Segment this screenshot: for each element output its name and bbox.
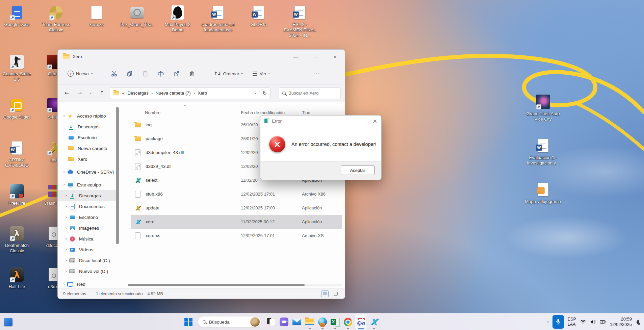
file-row[interactable]: stub.x86 12/02/2025 17:01 Archivo X86 [131, 187, 342, 201]
taskbar-search[interactable]: Búsqueda [198, 316, 261, 328]
sidebar-item[interactable]: › Vídeos [58, 244, 128, 255]
expand-chevron-icon[interactable]: › [63, 236, 69, 241]
taskbar-chrome-button[interactable] [342, 314, 354, 330]
taskbar-corner-icon[interactable] [4, 318, 12, 326]
desktop-icon[interactable]: ↗ Half-Life [0, 267, 34, 289]
desktop-icon[interactable]: ↗ Counter-Strike 1.6 [0, 54, 34, 82]
breadcrumb-item[interactable]: Xero [198, 91, 207, 96]
task-view-button[interactable] [265, 314, 277, 330]
desktop-icon[interactable]: ↗ GLORIA [242, 5, 276, 27]
horizontal-scrollbar-thumb[interactable] [128, 284, 305, 286]
close-button[interactable]: × [325, 50, 345, 63]
desktop-icon[interactable]: ↗ Deathmatch Classic [0, 226, 34, 254]
address-bar[interactable]: « Descargas › Nueva carpeta (7) › Xero ›… [110, 87, 271, 99]
desktop-icon[interactable]: ↗ Team Fortress Classic [39, 5, 73, 33]
sidebar-item[interactable]: › Nuevo vol (D:) [58, 266, 128, 277]
sidebar-item[interactable]: › Descargas [58, 190, 117, 201]
back-button[interactable]: ← [62, 88, 72, 98]
maximize-button[interactable] [306, 50, 325, 63]
expand-chevron-icon[interactable]: › [63, 226, 69, 230]
dialog-close-button[interactable]: × [373, 118, 377, 124]
wifi-button[interactable] [580, 319, 586, 325]
expand-chevron-icon[interactable]: › [61, 282, 67, 286]
desktop-icon[interactable]: ↗ Mapa y flujograma [524, 182, 562, 204]
address-dropdown-icon[interactable]: › [253, 92, 258, 94]
taskbar-snipping-button[interactable] [355, 314, 367, 330]
sidebar-item[interactable]: › Disco local (C:) [58, 255, 128, 266]
desktop-icon[interactable]: ↗ Evaluacion 1 - Investigación y... [524, 138, 562, 166]
delete-button[interactable] [186, 68, 198, 80]
expand-chevron-icon[interactable]: › [63, 269, 69, 274]
column-header-date[interactable]: Fecha de modificación [241, 110, 285, 115]
column-divider[interactable] [296, 105, 296, 114]
start-button[interactable] [182, 314, 194, 330]
desktop-icon[interactable]: ↗ ARTIKA CATALOGO [0, 140, 34, 168]
file-row[interactable]: xero 11/02/2025 00:12 Aplicación [131, 215, 342, 229]
expand-chevron-icon[interactable]: › [61, 182, 67, 187]
minimize-button[interactable]: — [286, 50, 306, 63]
rename-button[interactable] [155, 68, 167, 80]
dialog-titlebar[interactable]: Error × [260, 116, 381, 126]
do-not-disturb-button[interactable] [636, 319, 641, 325]
taskbar-excel-button[interactable] [329, 314, 341, 330]
taskbar-explorer-button[interactable] [304, 314, 315, 330]
desktop-icon[interactable]: ↗ ESL 2 - EXAMEN FINAL 2024 - IN... [283, 5, 317, 38]
new-button[interactable]: + Nuevo › [65, 68, 96, 79]
desktop-icon[interactable]: ↗ Google Docs [0, 5, 34, 27]
paste-button[interactable] [139, 68, 151, 80]
language-indicator[interactable]: ESP LAA [568, 317, 576, 327]
breadcrumb-prefix[interactable]: « [122, 91, 125, 96]
microphone-button[interactable] [552, 315, 564, 329]
expand-chevron-icon[interactable]: › [61, 170, 67, 174]
expand-chevron-icon[interactable]: › [63, 247, 69, 252]
large-icons-view-button[interactable] [332, 290, 339, 297]
details-view-button[interactable] [321, 290, 329, 297]
horizontal-scrollbar[interactable] [128, 284, 341, 286]
breadcrumb-item[interactable]: Nueva carpeta (7) [156, 91, 191, 96]
desktop-icon[interactable]: ↗ xero.xs [80, 5, 113, 27]
recent-locations-button[interactable]: › [87, 88, 94, 98]
window-titlebar[interactable]: Xero — × [58, 50, 345, 63]
column-header-name[interactable]: Nombre [145, 110, 160, 115]
sort-button[interactable]: ↑↓ Ordenar › [210, 68, 246, 79]
desktop-icon[interactable]: ↗ Google Slides [0, 97, 34, 120]
accept-button[interactable]: Aceptar [341, 166, 375, 175]
sidebar-scrollbar[interactable] [116, 107, 119, 244]
taskbar-mail-button[interactable] [291, 314, 303, 330]
sidebar-item[interactable]: › Red [58, 279, 128, 288]
expand-chevron-icon[interactable]: › [61, 113, 67, 118]
search-input[interactable] [288, 91, 337, 96]
chevron-down-icon: › [88, 92, 93, 94]
search-highlight-image[interactable] [250, 317, 260, 327]
view-button[interactable]: Ver › [250, 69, 273, 79]
forward-button[interactable]: → [75, 88, 85, 98]
battery-button[interactable] [600, 319, 606, 325]
refresh-button[interactable]: ↻ [262, 90, 267, 96]
clock[interactable]: 20:59 12/02/2025 [610, 316, 632, 327]
desktop-icon[interactable]: ↗ Grand Theft Auto Vice City [524, 94, 562, 122]
breadcrumb-item[interactable]: Descargas [128, 91, 149, 96]
cut-button[interactable] [108, 68, 120, 80]
more-options-button[interactable]: ··· [313, 71, 320, 77]
column-divider[interactable] [237, 105, 237, 114]
share-button[interactable] [170, 68, 182, 80]
copy-button[interactable] [124, 68, 136, 80]
taskbar-edge-button[interactable] [316, 314, 328, 330]
hidden-icons-chevron[interactable]: › [545, 321, 550, 323]
up-button[interactable]: ↑ [97, 88, 107, 98]
desktop-icon[interactable]: ↗ Psx_Crash_Tea... [120, 5, 154, 33]
volume-button[interactable] [590, 319, 596, 325]
desktop-icon[interactable]: ↗ FreeFire [0, 183, 34, 206]
file-row[interactable]: xero.xs 12/02/2025 17:01 Archivo XS [131, 229, 342, 243]
search-box[interactable] [279, 87, 341, 99]
expand-chevron-icon[interactable]: › [63, 204, 69, 209]
expand-chevron-icon[interactable]: › [63, 258, 69, 263]
column-header-type[interactable]: Tipo [302, 110, 310, 115]
expand-chevron-icon[interactable]: › [63, 193, 69, 198]
expand-chevron-icon[interactable]: › [63, 215, 69, 220]
taskbar-xero-button[interactable]: X [368, 314, 380, 330]
taskbar-chat-button[interactable] [278, 314, 290, 330]
desktop-icon[interactable]: ↗ cuadros-tema-14 fundamentos v [201, 5, 235, 33]
file-row[interactable]: update 12/02/2025 17:00 Aplicación [131, 201, 342, 215]
desktop-icon[interactable]: ↗ Max Payne 2 Demo [161, 5, 195, 33]
